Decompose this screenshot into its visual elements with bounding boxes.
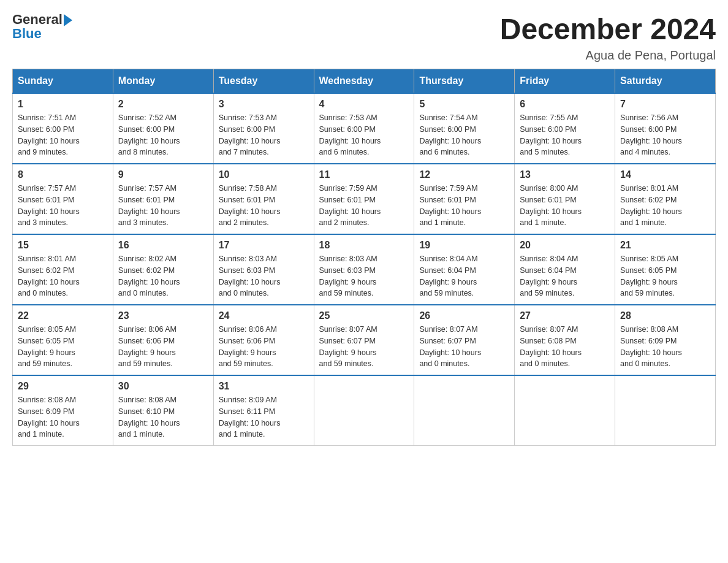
day-number: 23	[118, 310, 208, 321]
calendar-cell: 1Sunrise: 7:51 AM Sunset: 6:00 PM Daylig…	[13, 93, 113, 164]
calendar-cell: 8Sunrise: 7:57 AM Sunset: 6:01 PM Daylig…	[13, 164, 113, 234]
calendar-cell: 4Sunrise: 7:53 AM Sunset: 6:00 PM Daylig…	[314, 93, 414, 164]
calendar-cell: 26Sunrise: 8:07 AM Sunset: 6:07 PM Dayli…	[414, 305, 515, 375]
day-info: Sunrise: 7:59 AM Sunset: 6:01 PM Dayligh…	[419, 183, 509, 229]
calendar-week-row: 1Sunrise: 7:51 AM Sunset: 6:00 PM Daylig…	[13, 93, 716, 164]
day-number: 28	[620, 310, 710, 321]
day-info: Sunrise: 7:53 AM Sunset: 6:00 PM Dayligh…	[219, 112, 309, 158]
day-number: 21	[620, 240, 710, 251]
day-info: Sunrise: 8:04 AM Sunset: 6:04 PM Dayligh…	[419, 253, 509, 299]
day-info: Sunrise: 8:04 AM Sunset: 6:04 PM Dayligh…	[520, 253, 610, 299]
calendar-cell: 2Sunrise: 7:52 AM Sunset: 6:00 PM Daylig…	[113, 93, 213, 164]
day-number: 1	[18, 99, 108, 110]
day-number: 17	[219, 240, 309, 251]
day-info: Sunrise: 7:52 AM Sunset: 6:00 PM Dayligh…	[118, 112, 208, 158]
calendar-cell: 28Sunrise: 8:08 AM Sunset: 6:09 PM Dayli…	[615, 305, 716, 375]
calendar-cell	[414, 375, 515, 446]
day-number: 13	[520, 169, 610, 180]
day-info: Sunrise: 7:58 AM Sunset: 6:01 PM Dayligh…	[219, 183, 309, 229]
day-number: 4	[319, 99, 409, 110]
logo: General Blue	[12, 12, 72, 42]
day-info: Sunrise: 8:08 AM Sunset: 6:09 PM Dayligh…	[620, 324, 710, 370]
calendar-cell	[615, 375, 716, 446]
day-info: Sunrise: 7:51 AM Sunset: 6:00 PM Dayligh…	[18, 112, 108, 158]
day-info: Sunrise: 7:57 AM Sunset: 6:01 PM Dayligh…	[118, 183, 208, 229]
calendar-cell: 19Sunrise: 8:04 AM Sunset: 6:04 PM Dayli…	[414, 234, 515, 305]
day-number: 8	[18, 169, 108, 180]
day-info: Sunrise: 8:06 AM Sunset: 6:06 PM Dayligh…	[219, 324, 309, 370]
calendar-cell: 31Sunrise: 8:09 AM Sunset: 6:11 PM Dayli…	[213, 375, 314, 446]
day-number: 9	[118, 169, 208, 180]
calendar-cell: 17Sunrise: 8:03 AM Sunset: 6:03 PM Dayli…	[213, 234, 314, 305]
day-number: 22	[18, 310, 108, 321]
day-number: 14	[620, 169, 710, 180]
day-number: 26	[419, 310, 509, 321]
calendar-cell: 29Sunrise: 8:08 AM Sunset: 6:09 PM Dayli…	[13, 375, 113, 446]
day-number: 11	[319, 169, 409, 180]
day-number: 5	[419, 99, 509, 110]
calendar-table: Sunday Monday Tuesday Wednesday Thursday…	[12, 69, 716, 446]
calendar-cell	[314, 375, 414, 446]
calendar-cell: 12Sunrise: 7:59 AM Sunset: 6:01 PM Dayli…	[414, 164, 515, 234]
logo-text-line2: Blue	[12, 26, 42, 42]
calendar-cell: 10Sunrise: 7:58 AM Sunset: 6:01 PM Dayli…	[213, 164, 314, 234]
col-saturday: Saturday	[615, 69, 716, 94]
day-number: 18	[319, 240, 409, 251]
day-info: Sunrise: 8:08 AM Sunset: 6:10 PM Dayligh…	[118, 394, 208, 440]
calendar-cell: 25Sunrise: 8:07 AM Sunset: 6:07 PM Dayli…	[314, 305, 414, 375]
calendar-cell: 30Sunrise: 8:08 AM Sunset: 6:10 PM Dayli…	[113, 375, 213, 446]
calendar-cell: 13Sunrise: 8:00 AM Sunset: 6:01 PM Dayli…	[515, 164, 615, 234]
calendar-cell: 21Sunrise: 8:05 AM Sunset: 6:05 PM Dayli…	[615, 234, 716, 305]
day-number: 20	[520, 240, 610, 251]
day-info: Sunrise: 8:07 AM Sunset: 6:07 PM Dayligh…	[419, 324, 509, 370]
col-monday: Monday	[113, 69, 213, 94]
day-info: Sunrise: 7:55 AM Sunset: 6:00 PM Dayligh…	[520, 112, 610, 158]
calendar-cell: 11Sunrise: 7:59 AM Sunset: 6:01 PM Dayli…	[314, 164, 414, 234]
calendar-cell: 23Sunrise: 8:06 AM Sunset: 6:06 PM Dayli…	[113, 305, 213, 375]
day-info: Sunrise: 7:57 AM Sunset: 6:01 PM Dayligh…	[18, 183, 108, 229]
calendar-cell: 20Sunrise: 8:04 AM Sunset: 6:04 PM Dayli…	[515, 234, 615, 305]
calendar-cell: 15Sunrise: 8:01 AM Sunset: 6:02 PM Dayli…	[13, 234, 113, 305]
col-sunday: Sunday	[13, 69, 113, 94]
col-tuesday: Tuesday	[213, 69, 314, 94]
day-info: Sunrise: 8:05 AM Sunset: 6:05 PM Dayligh…	[18, 324, 108, 370]
day-info: Sunrise: 8:07 AM Sunset: 6:08 PM Dayligh…	[520, 324, 610, 370]
calendar-cell: 16Sunrise: 8:02 AM Sunset: 6:02 PM Dayli…	[113, 234, 213, 305]
calendar-cell: 7Sunrise: 7:56 AM Sunset: 6:00 PM Daylig…	[615, 93, 716, 164]
calendar-cell: 6Sunrise: 7:55 AM Sunset: 6:00 PM Daylig…	[515, 93, 615, 164]
title-area: December 2024 Agua de Pena, Portugal	[500, 12, 716, 63]
calendar-cell: 22Sunrise: 8:05 AM Sunset: 6:05 PM Dayli…	[13, 305, 113, 375]
header-row: Sunday Monday Tuesday Wednesday Thursday…	[13, 69, 716, 94]
day-info: Sunrise: 8:02 AM Sunset: 6:02 PM Dayligh…	[118, 253, 208, 299]
day-info: Sunrise: 8:06 AM Sunset: 6:06 PM Dayligh…	[118, 324, 208, 370]
day-info: Sunrise: 7:54 AM Sunset: 6:00 PM Dayligh…	[419, 112, 509, 158]
day-info: Sunrise: 8:01 AM Sunset: 6:02 PM Dayligh…	[18, 253, 108, 299]
location-subtitle: Agua de Pena, Portugal	[500, 48, 716, 63]
day-info: Sunrise: 7:53 AM Sunset: 6:00 PM Dayligh…	[319, 112, 409, 158]
day-info: Sunrise: 8:03 AM Sunset: 6:03 PM Dayligh…	[219, 253, 309, 299]
day-number: 25	[319, 310, 409, 321]
calendar-cell: 24Sunrise: 8:06 AM Sunset: 6:06 PM Dayli…	[213, 305, 314, 375]
day-info: Sunrise: 8:00 AM Sunset: 6:01 PM Dayligh…	[520, 183, 610, 229]
calendar-cell: 9Sunrise: 7:57 AM Sunset: 6:01 PM Daylig…	[113, 164, 213, 234]
day-info: Sunrise: 8:03 AM Sunset: 6:03 PM Dayligh…	[319, 253, 409, 299]
calendar-cell: 27Sunrise: 8:07 AM Sunset: 6:08 PM Dayli…	[515, 305, 615, 375]
day-info: Sunrise: 7:56 AM Sunset: 6:00 PM Dayligh…	[620, 112, 710, 158]
calendar-week-row: 8Sunrise: 7:57 AM Sunset: 6:01 PM Daylig…	[13, 164, 716, 234]
day-number: 10	[219, 169, 309, 180]
month-title: December 2024	[500, 12, 716, 46]
day-number: 2	[118, 99, 208, 110]
day-number: 30	[118, 381, 208, 392]
day-number: 3	[219, 99, 309, 110]
calendar-cell: 5Sunrise: 7:54 AM Sunset: 6:00 PM Daylig…	[414, 93, 515, 164]
page-header: General Blue December 2024 Agua de Pena,…	[12, 12, 716, 63]
calendar-week-row: 29Sunrise: 8:08 AM Sunset: 6:09 PM Dayli…	[13, 375, 716, 446]
day-info: Sunrise: 8:01 AM Sunset: 6:02 PM Dayligh…	[620, 183, 710, 229]
col-thursday: Thursday	[414, 69, 515, 94]
day-number: 6	[520, 99, 610, 110]
day-info: Sunrise: 8:08 AM Sunset: 6:09 PM Dayligh…	[18, 394, 108, 440]
logo-text-line1: General	[12, 12, 72, 27]
day-number: 19	[419, 240, 509, 251]
calendar-week-row: 15Sunrise: 8:01 AM Sunset: 6:02 PM Dayli…	[13, 234, 716, 305]
calendar-cell: 14Sunrise: 8:01 AM Sunset: 6:02 PM Dayli…	[615, 164, 716, 234]
